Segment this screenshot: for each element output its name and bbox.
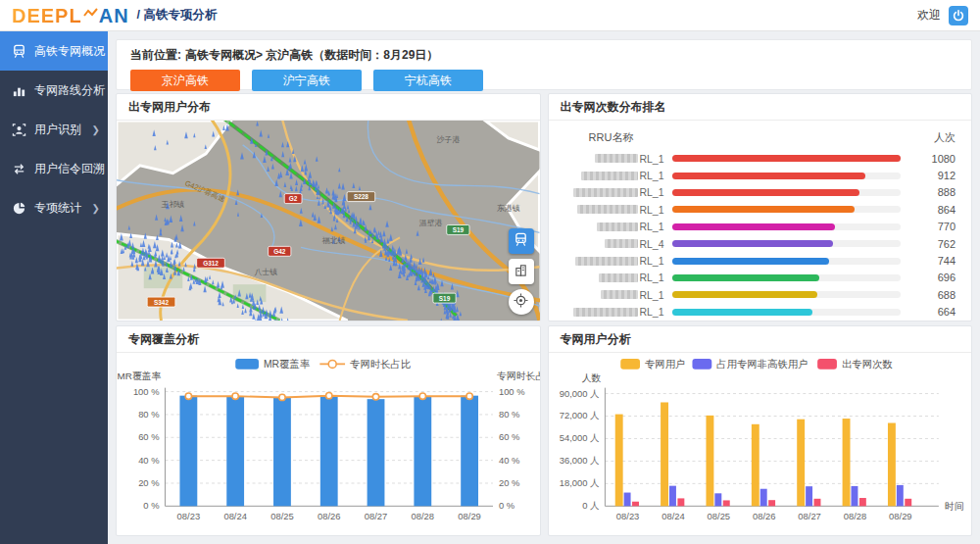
sidebar-item-label: 专网路线分析	[34, 82, 105, 99]
coverage-bar	[226, 396, 244, 506]
rank-value: 696	[910, 272, 956, 283]
coverage-bar	[320, 395, 338, 506]
rru-name: RL_4	[559, 238, 664, 250]
svg-text:60 %: 60 %	[499, 431, 520, 442]
svg-text:MR覆盖率: MR覆盖率	[118, 371, 162, 381]
train-layer-button[interactable]	[509, 228, 534, 254]
main-content: 当前位置:高铁专网概况> 京沪高铁（数据时间：8月29日） 京沪高铁沪宁高铁宁杭…	[108, 31, 980, 544]
svg-text:60 %: 60 %	[138, 431, 160, 442]
rank-value: 762	[910, 238, 956, 250]
svg-text:20 %: 20 %	[138, 477, 160, 488]
rru-name: RL_1	[559, 153, 664, 165]
sidebar-item-3[interactable]: 用户信令回溯	[0, 149, 108, 188]
logo-wordmark: DEEPLAN	[12, 6, 129, 25]
rru-name: RL_1	[559, 186, 664, 198]
logout-power-button[interactable]	[949, 6, 968, 25]
ranking-row: RL_1888	[559, 184, 956, 201]
logo-zigzag-icon	[83, 8, 98, 18]
sidebar-item-2[interactable]: 用户识别❯	[0, 110, 108, 149]
users-bar-1	[623, 493, 630, 507]
rank-value: 912	[910, 170, 956, 181]
rank-value: 888	[910, 186, 956, 198]
rail-line-button-1[interactable]: 沪宁高铁	[252, 70, 362, 91]
rru-name: RL_1	[559, 221, 664, 232]
coverage-line-point	[232, 393, 238, 399]
users-bar-1	[714, 493, 721, 506]
rank-bar	[672, 173, 865, 179]
locate-icon	[514, 293, 528, 311]
station-layer-button[interactable]	[509, 259, 534, 284]
svg-text:08/28: 08/28	[412, 511, 435, 521]
rail-line-button-0[interactable]: 京沪高铁	[130, 70, 240, 91]
svg-text:出专网次数: 出专网次数	[841, 359, 892, 370]
redacted-name	[575, 257, 638, 266]
ranking-row: RL_1688	[559, 286, 956, 303]
rail-line-button-2[interactable]: 宁杭高铁	[373, 70, 483, 91]
rank-value: 770	[910, 221, 956, 232]
svg-text:S342: S342	[154, 299, 169, 306]
breadcrumb-prefix: 当前位置:	[130, 48, 181, 62]
users-bar-0	[797, 420, 805, 507]
users-panel-title: 专网用户分析	[549, 326, 972, 353]
map-canvas[interactable]: S228S19S19G2G42G312S342沙子港温壁港福北镇玉祁镇东港镇八士…	[117, 121, 540, 321]
rank-value: 664	[910, 306, 956, 318]
user-id-icon	[12, 123, 27, 136]
svg-text:54,000 人: 54,000 人	[559, 432, 599, 443]
train-layer-icon	[514, 232, 528, 250]
svg-text:90,000 人: 90,000 人	[559, 388, 599, 399]
svg-text:08/29: 08/29	[889, 511, 912, 521]
svg-text:40 %: 40 %	[499, 455, 520, 466]
users-bar-0	[842, 419, 850, 506]
coverage-line-point	[372, 394, 378, 400]
users-bar-0	[751, 424, 759, 507]
users-bar-2	[768, 500, 775, 506]
rank-bar-track	[672, 155, 902, 162]
rank-bar	[672, 155, 902, 162]
redacted-name	[577, 205, 638, 214]
rank-bar	[672, 240, 834, 247]
svg-text:08/27: 08/27	[365, 511, 388, 521]
users-bar-2	[677, 498, 684, 506]
locate-button[interactable]	[509, 289, 534, 315]
svg-text:80 %: 80 %	[499, 409, 520, 420]
ranking-row: RL_1664	[559, 304, 956, 321]
breadcrumb-path: 高铁专网概况> 京沪高铁（数据时间：8月29日）	[185, 48, 438, 62]
users-bar-2	[813, 499, 820, 507]
svg-text:72,000 人: 72,000 人	[559, 410, 599, 420]
coverage-bar	[414, 396, 431, 506]
svg-text:占用专网非高铁用户: 占用专网非高铁用户	[716, 359, 808, 370]
svg-text:08/24: 08/24	[662, 511, 685, 521]
app-logo: DEEPLAN / 高铁专项分析	[12, 6, 218, 25]
svg-text:人数: 人数	[581, 372, 601, 383]
page-title: / 高铁专项分析	[137, 7, 218, 24]
sidebar-item-1[interactable]: 专网路线分析	[0, 71, 108, 110]
rru-name: RL_1	[559, 170, 664, 181]
svg-text:08/23: 08/23	[615, 511, 639, 521]
power-icon	[953, 10, 964, 22]
sidebar-item-0[interactable]: 高铁专网概况	[0, 31, 108, 71]
svg-text:40 %: 40 %	[138, 455, 160, 466]
sidebar: 高铁专网概况专网路线分析用户识别❯用户信令回溯专项统计❯	[0, 31, 108, 544]
ranking-row: RL_1770	[559, 219, 956, 235]
sidebar-item-label: 专项统计	[34, 200, 92, 217]
map-town-label: 八士镇	[255, 268, 278, 276]
svg-text:G312: G312	[203, 260, 219, 267]
redacted-name	[573, 188, 638, 197]
redacted-name	[599, 273, 638, 282]
sidebar-item-label: 用户识别	[34, 122, 92, 138]
sidebar-item-4[interactable]: 专项统计❯	[0, 188, 108, 227]
svg-text:100 %: 100 %	[133, 386, 160, 397]
chevron-right-icon: ❯	[92, 124, 100, 135]
redacted-name	[597, 223, 638, 231]
chevron-right-icon: ❯	[92, 203, 100, 214]
map-town-label: 沙子港	[437, 135, 461, 144]
ranking-header-row: RRU名称 人次	[559, 126, 956, 148]
map-controls	[509, 228, 534, 315]
users-bar-1	[669, 486, 676, 507]
rank-bar-track	[672, 309, 902, 316]
coverage-line-point	[279, 394, 285, 400]
rank-bar	[672, 258, 830, 265]
rru-name: RL_1	[559, 306, 664, 318]
svg-text:专网时长占比: 专网时长占比	[497, 371, 540, 381]
ranking-row: RL_4762	[559, 235, 956, 252]
